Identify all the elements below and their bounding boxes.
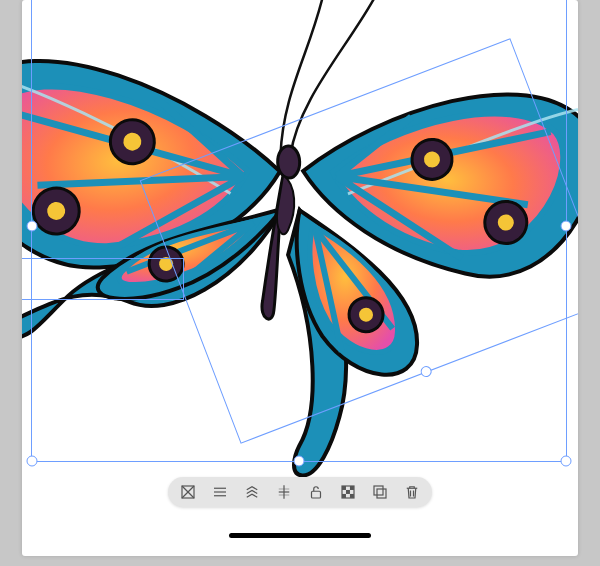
- svg-rect-26: [350, 486, 354, 490]
- transparency-icon[interactable]: [338, 482, 358, 502]
- selection-handle-s[interactable]: [294, 456, 305, 467]
- list-icon[interactable]: [210, 482, 230, 502]
- svg-rect-29: [350, 494, 354, 498]
- svg-rect-23: [312, 491, 321, 498]
- trash-icon[interactable]: [402, 482, 422, 502]
- bounding-box-icon[interactable]: [178, 482, 198, 502]
- home-indicator[interactable]: [229, 533, 371, 538]
- selection-handle-se[interactable]: [561, 456, 572, 467]
- svg-rect-27: [346, 490, 350, 494]
- layers-icon[interactable]: [242, 482, 262, 502]
- selection-handle-w[interactable]: [27, 221, 38, 232]
- unlock-icon[interactable]: [306, 482, 326, 502]
- svg-rect-30: [377, 489, 386, 498]
- svg-rect-31: [374, 486, 383, 495]
- context-toolbar: [168, 477, 432, 507]
- duplicate-icon[interactable]: [370, 482, 390, 502]
- selection-handle-sw[interactable]: [27, 456, 38, 467]
- selection-small-box: [22, 258, 184, 300]
- svg-rect-25: [342, 486, 346, 490]
- align-icon[interactable]: [274, 482, 294, 502]
- canvas-page[interactable]: [22, 0, 578, 556]
- svg-rect-28: [342, 494, 346, 498]
